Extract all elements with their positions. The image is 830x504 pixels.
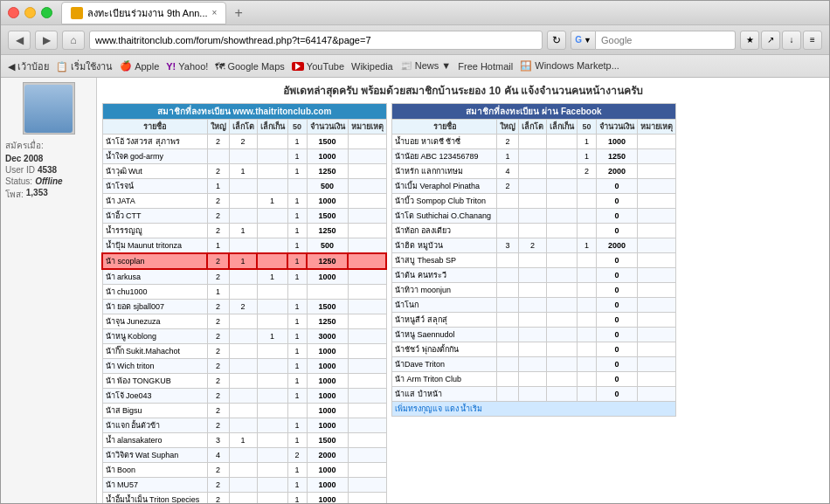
share-button[interactable]: ↗ (761, 31, 780, 50)
table-row: น้าวุฒิ Wut2111250 (102, 164, 386, 179)
table-row: น้าโรจน์1500 (102, 179, 386, 194)
bookmark-windows[interactable]: 🪟 Windows Marketp... (520, 60, 619, 72)
user-info: สมัครเมื่อ: Dec 2008 User ID 4538 Status… (5, 139, 92, 201)
member-since-row: สมัครเมื่อ: (5, 139, 92, 152)
right-registration-table: สมาชิกที่ลงทะเบียน ผ่าน Facebook รายชื่อ… (391, 103, 676, 417)
bookmark-label: 📰 News ▼ (400, 60, 452, 72)
avatar (23, 82, 75, 135)
new-tab-button[interactable]: + (230, 5, 246, 21)
search-engine-selector[interactable]: G ▼ (571, 31, 596, 50)
table-row: น้าหนู Saennudol0 (392, 328, 676, 342)
settings-button[interactable]: ≡ (803, 31, 822, 50)
home-button[interactable]: ⌂ (62, 31, 85, 50)
bookmark-news[interactable]: 📰 News ▼ (400, 60, 452, 72)
table-row: น้าต้น คนทระวี0 (392, 268, 676, 283)
table-row: น้าวิจิตร Wat Suphan422000 (102, 448, 386, 463)
refresh-button[interactable]: ↻ (547, 31, 566, 50)
tab-favicon (71, 7, 83, 19)
bookmark-label: 📋 เริ่มใช้งาน (56, 59, 113, 74)
fb-col-amount-header: จำนวนเงิน (597, 120, 638, 135)
back-button[interactable]: ◀ (8, 31, 31, 50)
bookmark-label: Apple (135, 61, 159, 72)
fb-col-name-header: รายชื่อ (392, 120, 497, 135)
table-row: น้า arkusa2111000 (102, 269, 386, 285)
bookmark-youtube[interactable]: YouTube (292, 61, 344, 72)
table-row: น้าแจก อั้นตัวข้า211000 (102, 418, 386, 433)
bookmark-label: 🗺 Google Maps (215, 61, 284, 72)
table-row: น้ากิ๊ก Sukit.Mahachot211000 (102, 344, 386, 359)
browser-window: ลงทะเบียนร่วมงาน 9th Ann... × + ◀ ▶ ⌂ ↻ … (0, 0, 830, 504)
bookmark-yahoo[interactable]: Y! Yahoo! (166, 61, 208, 72)
avatar-image (24, 85, 73, 133)
member-since-value-row: Dec 2008 (5, 154, 92, 163)
bookmark-label: 🪟 Windows Marketp... (520, 60, 619, 72)
page-title: อัพเดทล่าสุดครับ พร้อมด้วยสมาชิกบ้านระยอ… (101, 82, 825, 99)
table-row: น้าหนู Koblong2113000 (102, 329, 386, 344)
active-tab[interactable]: ลงทะเบียนร่วมงาน 9th Ann... × (61, 2, 226, 24)
bookmark-button[interactable]: ★ (740, 31, 759, 50)
bookmark-start[interactable]: 📋 เริ่มใช้งาน (56, 59, 113, 74)
fb-col-big-header: ใหญ่ (497, 120, 519, 135)
download-button[interactable]: ↓ (782, 31, 801, 50)
bookmark-wikipedia[interactable]: Wikipedia (351, 61, 393, 72)
tab-close-button[interactable]: × (212, 8, 218, 17)
table-row: น้า Arm Triton Club0 (392, 372, 676, 387)
table-row: น้าส Bigsu21000 (102, 404, 386, 418)
bookmark-hotmail[interactable]: Free Hotmail (458, 61, 513, 72)
fb-col-note-header: หมายเหตุ (638, 120, 676, 135)
fb-col-smol-header: เล็กโต (519, 120, 547, 135)
forward-button[interactable]: ▶ (35, 31, 58, 50)
userid-row: User ID 4538 (5, 165, 92, 175)
userid-label: User ID (5, 165, 35, 175)
table-row: น้า ยอด sjball0072211500 (102, 300, 386, 314)
table-row: น้า Wich triton211000 (102, 359, 386, 374)
bookmark-googlemaps[interactable]: 🗺 Google Maps (215, 61, 284, 72)
youtube-play-icon (295, 63, 301, 70)
table-row: น้าน้อย ABC 123456789111250 (392, 149, 676, 164)
page-content: อัพเดทล่าสุดครับ พร้อมด้วยสมาชิกบ้านระยอ… (97, 78, 829, 503)
table-row: น้าทิวา moonjun0 (392, 283, 676, 298)
table-row: น้า Boon211000 (102, 463, 386, 478)
table-row: น้าจุน Junezuza211250 (102, 314, 386, 329)
table-row: น้าอิ้ว CTT211500 (102, 209, 386, 224)
table-row: น้าโต Suthichai O.Chanang0 (392, 209, 676, 224)
bookmark-weaboi[interactable]: ◀ เว้าบ้อย (8, 59, 49, 74)
table-row: น้าท้อก อลงเดียว0 (392, 224, 676, 238)
table-row: น้ำรรรญญู2111250 (102, 224, 386, 238)
right-table-container: สมาชิกที่ลงทะเบียน ผ่าน Facebook รายชื่อ… (391, 103, 676, 503)
tab-bar: ลงทะเบียนร่วมงาน 9th Ann... × + (61, 2, 822, 24)
table-row: น้าสบู Thesab SP0 (392, 253, 676, 268)
main-content: สมัครเมื่อ: Dec 2008 User ID 4538 Status… (1, 78, 829, 503)
col-50-header: 50 (287, 120, 307, 135)
close-button[interactable] (8, 7, 19, 18)
search-input[interactable] (596, 31, 736, 50)
right-table-header: สมาชิกที่ลงทะเบียน ผ่าน Facebook (392, 104, 676, 120)
table-row: น้าแส ปำหน้า0 (392, 387, 676, 402)
bookmark-label-text: Yahoo! (178, 61, 208, 72)
col-big-header: ใหญ่ (207, 120, 229, 135)
tab-title: ลงทะเบียนร่วมงาน 9th Ann... (87, 5, 208, 21)
left-table-container: สมาชิกที่ลงทะเบียน www.thaitritonclub.co… (101, 103, 387, 503)
status-row: Status: Offline (5, 176, 92, 186)
bookmark-label: Y! (166, 61, 176, 72)
table-row: น้าโอ้ วังสวรส สุภาพร2211500 (102, 135, 386, 149)
posts-row: โพส: 1,353 (5, 188, 92, 201)
table-row: น้า chu10001 (102, 285, 386, 300)
table-row: น้า พ้อง TONGKUB211000 (102, 374, 386, 389)
fb-col-ken-header: เล็กเก็น (547, 120, 578, 135)
col-smol-header: เล็กโต (229, 120, 257, 135)
table-row: น้าเบิ้ม Veraphol Pinatha20 (392, 179, 676, 194)
table-row: น้า MU57211000 (102, 478, 386, 493)
left-registration-table: สมาชิกที่ลงทะเบียน www.thaitritonclub.co… (101, 103, 387, 503)
table-row: น้ำ alansakatero3111500 (102, 433, 386, 448)
bookmark-label: Free Hotmail (458, 61, 513, 72)
window-controls (8, 7, 52, 18)
col-ken-header: เล็กเก็น (257, 120, 287, 135)
youtube-icon (292, 62, 304, 71)
table-row: น้าโนก0 (392, 298, 676, 313)
address-input[interactable] (89, 31, 543, 50)
bookmark-apple[interactable]: 🍎 Apple (120, 60, 159, 72)
table-row: น้ำใจค god-army11000 (102, 149, 386, 164)
minimize-button[interactable] (24, 7, 36, 18)
maximize-button[interactable] (41, 7, 52, 18)
